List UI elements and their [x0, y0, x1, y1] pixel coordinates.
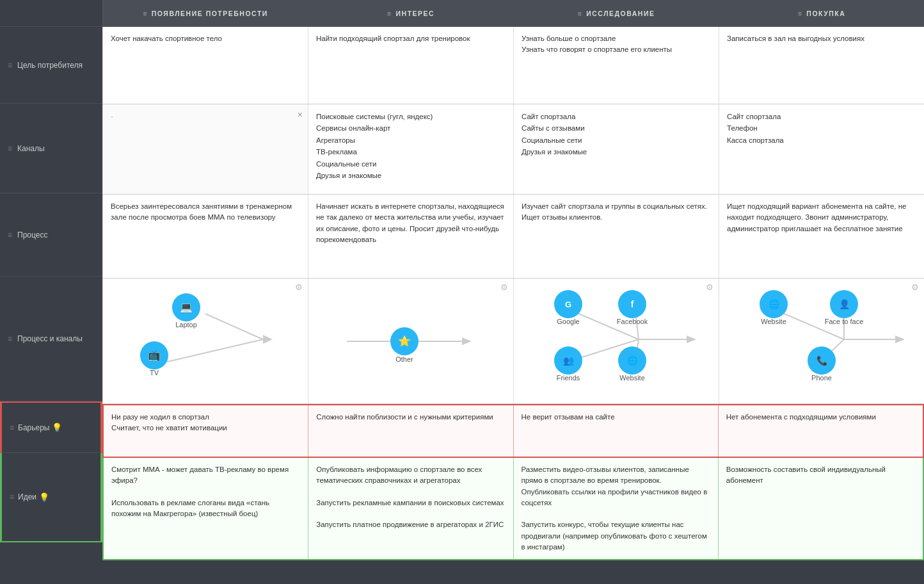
row-процесс-каналы: ⚙ 💻 Laptop 📺 TV	[102, 279, 924, 404]
text-барьеры-3: Не верит отзывам на сайте	[522, 413, 615, 421]
svg-marker-2	[263, 335, 273, 344]
text-барьеры-4: Нет абонемента с подходящими условиями	[726, 413, 876, 421]
svg-text:📺: 📺	[148, 349, 161, 361]
header-cell-2: ≡ ИНТЕРЕС	[308, 0, 513, 26]
lightbulb-icon-барьеры: 💡	[52, 423, 62, 432]
cell-каналы-1: × -	[102, 104, 308, 194]
svg-text:Other: Other	[395, 355, 413, 363]
row-процесс: Всерьез заинтересовался занятиями в трен…	[102, 195, 924, 279]
svg-text:Google: Google	[557, 318, 579, 325]
header-cell-1: ≡ ПОЯВЛЕНИЕ ПОТРЕБНОСТИ	[102, 0, 308, 26]
close-btn-каналы[interactable]: ×	[298, 108, 303, 122]
svg-text:👤: 👤	[839, 299, 850, 310]
svg-marker-12	[462, 337, 472, 345]
cell-каналы-2: Поисковые системы (гугл, яндекс)Сервисы …	[308, 104, 513, 194]
cell-идеи-3: Разместить видео-отзывы клиентов, записа…	[513, 458, 718, 559]
header-label-1: ПОЯВЛЕНИЕ ПОТРЕБНОСТИ	[152, 10, 268, 17]
sidebar-row-барьеры: ≡ Барьеры 💡	[0, 402, 102, 453]
cell-идеи-2: Опубликовать информацию о спортзале во в…	[308, 458, 513, 559]
gear-icon-pc1[interactable]: ⚙	[295, 282, 303, 292]
svg-text:👥: 👥	[563, 355, 575, 366]
cell-барьеры-3: Не верит отзывам на сайте	[513, 405, 718, 457]
label-цель: Цель потребителя	[17, 61, 83, 70]
text-цель-4: Записаться в зал на выгодных условиях	[727, 35, 864, 42]
label-каналы: Каналы	[17, 144, 45, 153]
text-цель-2: Найти подходящий спортзал для тренировок	[316, 35, 470, 42]
svg-text:Website: Website	[619, 374, 645, 382]
svg-text:TV: TV	[150, 369, 159, 377]
gear-icon-pc3[interactable]: ⚙	[706, 282, 713, 292]
sidebar-row-процесс: ≡ Процесс	[0, 193, 102, 277]
cell-pc-4: ⚙ 🌐 Website 👤 Face to face	[719, 279, 924, 403]
cell-цель-1: Хочет накачать спортивное тело	[102, 27, 308, 104]
svg-text:G: G	[565, 300, 571, 309]
svg-text:Facebook: Facebook	[617, 318, 648, 325]
header-label-2: ИНТЕРЕС	[396, 10, 435, 17]
text-барьеры-2: Сложно найти поблизости и с нужными крит…	[316, 413, 493, 421]
cell-процесс-2: Начинает искать в интернете спортзалы, н…	[308, 195, 513, 278]
svg-text:🌐: 🌐	[769, 299, 780, 310]
svg-text:Laptop: Laptop	[175, 321, 197, 328]
cell-pc-3: ⚙ G	[513, 279, 719, 403]
svg-line-1	[167, 339, 263, 362]
text-идеи-4: Возможность составить свой индивидуальны…	[726, 466, 886, 484]
menu-icon-h1: ≡	[143, 10, 148, 17]
svg-text:⭐: ⭐	[398, 335, 411, 347]
cell-цель-3: Узнать больше о спортзалеУзнать что гово…	[513, 27, 719, 104]
sidebar-row-цель: ≡ Цель потребителя	[0, 27, 102, 104]
label-процесс-каналы: Процесс и каналы	[17, 334, 83, 343]
gear-icon-pc4[interactable]: ⚙	[911, 282, 919, 292]
sidebar-row-идеи: ≡ Идеи 💡	[0, 453, 102, 542]
diagram-pc1: 💻 Laptop 📺 TV	[103, 279, 308, 394]
cell-цель-2: Найти подходящий спортзал для тренировок	[308, 27, 513, 104]
header-row: ≡ ПОЯВЛЕНИЕ ПОТРЕБНОСТИ ≡ ИНТЕРЕС ≡ ИССЛ…	[102, 0, 924, 27]
diagram-pc2: ⭐ Other	[308, 284, 513, 399]
header-label-4: ПОКУПКА	[806, 10, 845, 17]
text-процесс-1: Всерьез заинтересовался занятиями в трен…	[111, 202, 292, 221]
header-label-3: ИССЛЕДОВАНИЕ	[586, 10, 655, 17]
label-процесс: Процесс	[17, 231, 47, 239]
svg-text:💻: 💻	[180, 301, 193, 313]
cell-процесс-4: Ищет подходящий вариант абонемента на са…	[719, 195, 924, 278]
cell-pc-1: ⚙ 💻 Laptop 📺 TV	[102, 279, 308, 403]
cell-цель-4: Записаться в зал на выгодных условиях	[719, 27, 924, 104]
menu-icon-каналы: ≡	[8, 144, 12, 153]
svg-marker-39	[895, 336, 905, 343]
svg-line-0	[205, 314, 263, 339]
svg-text:f: f	[631, 299, 634, 309]
cell-барьеры-4: Нет абонемента с подходящими условиями	[718, 405, 923, 457]
cell-барьеры-1: Ни разу не ходил в спортзалСчитает, что …	[102, 405, 308, 457]
menu-icon-барьеры: ≡	[10, 423, 14, 432]
text-каналы-1: -	[111, 112, 113, 120]
cell-каналы-4: Сайт спортзалаТелефонКасса спортзала	[719, 104, 924, 194]
header-cell-4: ≡ ПОКУПКА	[719, 0, 924, 26]
label-барьеры: Барьеры	[18, 423, 49, 432]
svg-text:Face to face: Face to face	[825, 318, 864, 325]
cell-барьеры-2: Сложно найти поблизости и с нужными крит…	[308, 405, 513, 457]
diagram-pc4: 🌐 Website 👤 Face to face 📞 Phone	[719, 279, 924, 394]
sidebar-row-процесс-каналы: ≡ Процесс и каналы	[0, 277, 102, 402]
gear-icon-pc2[interactable]: ⚙	[500, 282, 508, 292]
menu-icon-идеи: ≡	[10, 492, 14, 501]
cell-pc-2: ⚙ ⭐ Other	[308, 279, 513, 403]
svg-text:Website: Website	[761, 318, 786, 325]
row-цель: Хочет накачать спортивное тело Найти под…	[102, 27, 924, 104]
text-цель-1: Хочет накачать спортивное тело	[111, 35, 222, 42]
row-барьеры: Ни разу не ходил в спортзалСчитает, что …	[102, 404, 924, 458]
menu-icon-h3: ≡	[578, 10, 583, 17]
svg-text:Friends: Friends	[557, 374, 580, 382]
svg-text:Phone: Phone	[811, 374, 832, 382]
cell-идеи-1: Смотрит ММА - может давать ТВ-рекламу во…	[102, 458, 308, 559]
lightbulb-icon-идеи: 💡	[39, 492, 49, 502]
row-идеи: Смотрит ММА - может давать ТВ-рекламу во…	[102, 458, 924, 560]
label-идеи: Идеи	[18, 492, 36, 501]
row-каналы: × - Поисковые системы (гугл, яндекс)Серв…	[102, 104, 924, 195]
svg-text:📞: 📞	[816, 355, 828, 366]
sidebar-row-каналы: ≡ Каналы	[0, 104, 102, 193]
menu-icon-цель: ≡	[8, 61, 12, 70]
menu-icon-h4: ≡	[798, 10, 803, 17]
svg-text:🌐: 🌐	[627, 355, 639, 366]
menu-icon-процесс-каналы: ≡	[8, 334, 12, 343]
menu-icon-процесс: ≡	[8, 231, 12, 239]
header-cell-3: ≡ ИССЛЕДОВАНИЕ	[513, 0, 719, 26]
